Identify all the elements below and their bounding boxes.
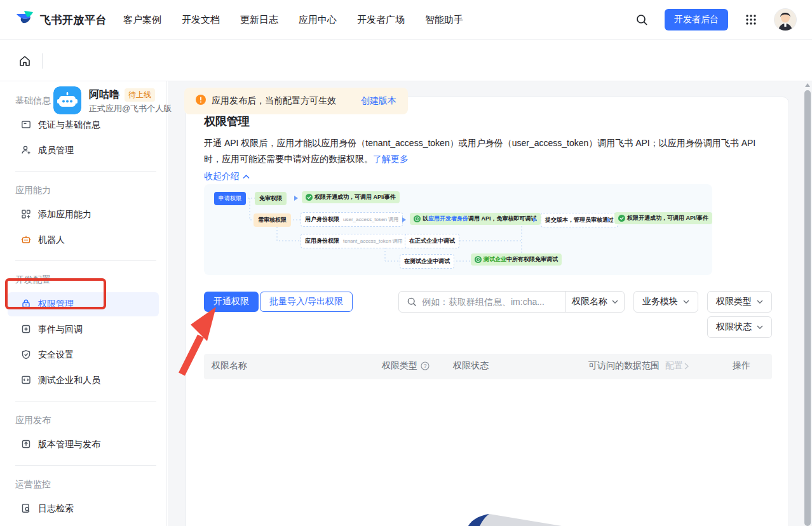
sidebar-item-bot[interactable]: 机器人 (8, 228, 159, 252)
publish-icon (21, 439, 31, 451)
sidebar-item-label: 添加应用能力 (38, 209, 91, 220)
chevron-down-icon (612, 300, 618, 304)
biz-module-dropdown[interactable]: 业务模块 (633, 291, 698, 313)
search-icon[interactable] (632, 10, 652, 30)
permission-card: 权限管理 开通 API 权限后，应用才能以应用身份（tenant_access_… (186, 97, 789, 526)
col-action: 操作 (733, 360, 750, 372)
node-label: 应用身份权限 (305, 237, 339, 245)
app-header-bar: 阿咕噜 待上线 正式应用@飞书个人版 应用发布后，当前配置方可生效 创建版本 (0, 40, 812, 81)
perm-status-dropdown[interactable]: 权限状态 (707, 316, 772, 338)
node-label: 用户身份权限 (305, 215, 339, 224)
permission-flow-diagram: 申请权限 免审权限 权限开通成功，可调用 API/事件 需审核权限 用户身份权限… (204, 184, 712, 275)
app-name: 阿咕噜 (89, 88, 119, 102)
node-test-free: 测试企业中所有权限免审调试 (471, 253, 562, 266)
dropdown-label: 业务模块 (642, 296, 678, 307)
node-dev-debug: 以应用开发者身份调用 API，免审核即可调试 (410, 213, 541, 225)
col-data-scope: 可访问的数据范围 配置 (588, 360, 689, 372)
flow-arrow-icon (533, 217, 537, 222)
sidebar-item-security[interactable]: 安全设置 (8, 343, 159, 367)
help-circle-icon[interactable]: ? (421, 361, 430, 370)
code-icon (21, 375, 31, 387)
log-search-icon (21, 503, 31, 515)
feishu-logo[interactable]: 飞书开放平台 (15, 10, 107, 29)
divider (42, 53, 43, 69)
sidebar-section-release: 应用发布 (0, 410, 166, 433)
nav-item-app-center[interactable]: 应用中心 (299, 14, 337, 26)
permission-search-group: 权限名称 (398, 291, 625, 313)
chevron-down-icon (683, 300, 689, 304)
credential-card-icon (21, 119, 31, 132)
sidebar-section-monitoring: 运营监控 (0, 474, 166, 497)
node-label: 权限开通成功，可调用 API/事件 (315, 193, 396, 201)
chevron-up-icon (243, 175, 250, 179)
clock-circle-icon (475, 256, 482, 263)
sidebar-section-dev-config: 开发配置 (0, 269, 166, 292)
scroll-up-arrow-icon[interactable] (805, 83, 810, 87)
nav-item-assistant[interactable]: 智能助手 (425, 14, 463, 26)
perm-name-dropdown[interactable]: 权限名称 (565, 292, 624, 312)
sidebar-item-test-enterprise[interactable]: 测试企业和人员 (8, 368, 159, 393)
node-test-debug: 在测试企业中调试 (400, 254, 454, 269)
sidebar-section-capability: 应用能力 (0, 180, 166, 203)
vertical-scrollbar (804, 83, 811, 526)
col-permission-status: 权限状态 (453, 360, 489, 372)
svg-text:?: ? (424, 363, 427, 369)
node-need-review: 需审核权限 (254, 213, 291, 227)
sidebar-item-members[interactable]: 成员管理 (8, 138, 159, 163)
nav-menu: 客户案例 开发文档 更新日志 应用中心 开发者广场 智能助手 (123, 14, 463, 26)
collapse-intro-link[interactable]: 收起介绍 (204, 171, 250, 182)
nav-item-dev-square[interactable]: 开发者广场 (357, 14, 405, 26)
sidebar-item-label: 版本管理与发布 (38, 439, 100, 450)
scope-config-link[interactable]: 配置 (665, 360, 689, 372)
node-success-right: 权限开通成功，可调用 API/事件 (614, 212, 712, 224)
chevron-down-icon (757, 325, 763, 329)
node-user-permission: 用户身份权限 user_access_token 调用 (301, 212, 403, 227)
sidebar-item-version-release[interactable]: 版本管理与发布 (8, 433, 159, 457)
filter-bar-row2: 权限状态 (707, 316, 772, 338)
check-circle-icon (306, 194, 313, 201)
filter-bar: 权限名称 业务模块 权限类型 (398, 291, 772, 313)
divider (15, 401, 156, 401)
learn-more-link[interactable]: 了解更多 (373, 154, 409, 164)
sidebar-item-log-search[interactable]: 日志检索 (8, 497, 159, 521)
warning-icon (196, 95, 206, 107)
sidebar: 基础信息 凭证与基础信息 成员管理 应用能力 添加应用能力 机器人 开发配置 权… (0, 81, 167, 526)
nav-item-cases[interactable]: 客户案例 (123, 14, 161, 26)
main-content: 权限管理 开通 API 权限后，应用才能以应用身份（tenant_access_… (168, 81, 812, 526)
open-permission-button[interactable]: 开通权限 (204, 292, 259, 312)
nav-item-changelog[interactable]: 更新日志 (240, 14, 278, 26)
scrollbar-thumb[interactable] (804, 90, 811, 526)
chevron-right-icon (684, 363, 689, 370)
perm-type-dropdown[interactable]: 权限类型 (707, 291, 772, 313)
sidebar-item-label: 测试企业和人员 (38, 375, 100, 386)
description-text: 开通 API 权限后，应用才能以应用身份（tenant_access_token… (204, 138, 755, 164)
page-description: 开通 API 权限后，应用才能以应用身份（tenant_access_token… (204, 135, 772, 167)
status-badge: 待上线 (125, 88, 155, 102)
sidebar-item-permissions[interactable]: 权限管理 (8, 292, 159, 316)
node-formal-debug: 在正式企业中调试 (405, 234, 459, 248)
node-apply-permission: 申请权限 (214, 192, 246, 205)
page-title: 权限管理 (204, 114, 250, 129)
divider (15, 465, 156, 466)
sidebar-item-credentials[interactable]: 凭证与基础信息 (8, 113, 159, 137)
sidebar-item-quality-dashboard[interactable]: 应用质量看板 (8, 522, 159, 526)
collapse-label: 收起介绍 (204, 171, 240, 182)
event-callback-icon (21, 324, 31, 336)
developer-console-button[interactable]: 开发者后台 (665, 9, 728, 30)
dropdown-label: 权限状态 (716, 321, 752, 333)
apps-grid-icon[interactable] (741, 10, 761, 30)
sidebar-item-events[interactable]: 事件与回调 (8, 318, 159, 342)
chevron-down-icon (757, 300, 763, 304)
sidebar-item-add-capability[interactable]: 添加应用能力 (8, 203, 159, 227)
permission-search-input[interactable] (422, 297, 565, 307)
nav-item-docs[interactable]: 开发文档 (182, 14, 220, 26)
batch-import-export-button[interactable]: 批量导入/导出权限 (260, 292, 353, 312)
shield-check-icon (21, 349, 31, 361)
create-version-link[interactable]: 创建版本 (361, 95, 396, 107)
robot-icon (21, 234, 31, 246)
app-avatar-robot (53, 86, 81, 114)
home-icon[interactable] (14, 50, 36, 72)
sidebar-item-label: 机器人 (38, 234, 65, 246)
user-avatar[interactable] (774, 8, 797, 31)
dropdown-label: 权限类型 (716, 296, 752, 307)
